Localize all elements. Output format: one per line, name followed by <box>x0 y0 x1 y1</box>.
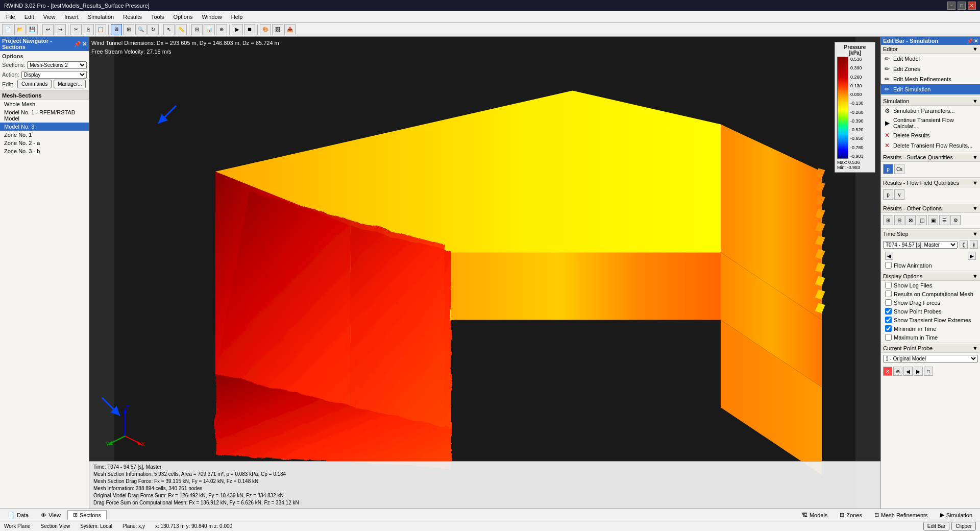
menu-window[interactable]: Window <box>198 13 226 21</box>
surface-quantities-label[interactable]: Results - Surface Quantities ▼ <box>881 153 980 162</box>
tab-data[interactable]: 📄 Data <box>2 510 34 520</box>
other-icon-5[interactable]: ▣ <box>928 215 938 225</box>
other-options-label[interactable]: Results - Other Options ▼ <box>881 204 980 213</box>
tab-view[interactable]: 👁 View <box>35 510 66 520</box>
tab-models[interactable]: 🏗 Models <box>796 510 833 520</box>
mesh-item-model1[interactable]: Model No. 1 - RFEM/RSTAB Model <box>0 108 89 123</box>
menu-tools[interactable]: Tools <box>147 13 168 21</box>
tab-zones[interactable]: ⊞ Zones <box>834 510 868 520</box>
probe-next-icon[interactable]: ▶ <box>914 367 923 376</box>
probe-select[interactable]: 1 - Original Model <box>883 355 978 363</box>
action-select[interactable]: Display <box>21 71 87 79</box>
commands-button[interactable]: Commands <box>17 80 52 88</box>
tb-render1[interactable]: 🎨 <box>260 24 271 35</box>
tb-cut[interactable]: ✂ <box>70 24 82 35</box>
timestep-next-1[interactable]: ▶ <box>968 252 976 260</box>
probe-delete-icon[interactable]: ✕ <box>883 367 892 376</box>
tb-new[interactable]: 📄 <box>2 24 13 35</box>
tb-undo[interactable]: ↩ <box>42 24 54 35</box>
continue-transient-item[interactable]: ▶ Continue Transient Flow Calculat... <box>881 116 980 130</box>
panel-pin[interactable]: 📌 <box>74 41 81 47</box>
mesh-item-zone2[interactable]: Zone No. 2 - a <box>0 139 89 147</box>
menu-simulation[interactable]: Simulation <box>84 13 118 21</box>
tb-zoom-in[interactable]: 🔍 <box>135 24 146 35</box>
tab-sections[interactable]: ⊞ Sections <box>67 510 107 520</box>
tb-measure[interactable]: 📏 <box>176 24 187 35</box>
other-icon-2[interactable]: ⊟ <box>894 215 904 225</box>
edit-zones-item[interactable]: ✏ Edit Zones <box>881 64 980 74</box>
current-probe-section[interactable]: Current Point Probe ▼ <box>881 344 980 353</box>
maximize-button[interactable]: □ <box>958 2 966 10</box>
right-pin-icon[interactable]: 📌 <box>967 38 973 44</box>
close-button[interactable]: ✕ <box>968 2 976 10</box>
tab-mesh-refinements[interactable]: ⊟ Mesh Refinements <box>869 510 934 520</box>
menu-file[interactable]: File <box>2 13 19 21</box>
tb-render2[interactable]: 🖼 <box>272 24 283 35</box>
flow-v-btn[interactable]: v <box>894 189 904 200</box>
menu-results[interactable]: Results <box>119 13 146 21</box>
tb-rotate[interactable]: ↻ <box>148 24 159 35</box>
other-icon-3[interactable]: ⊠ <box>905 215 916 225</box>
tb-view3d[interactable]: 🖥 <box>111 24 122 35</box>
menu-view[interactable]: View <box>39 13 60 21</box>
show-probes-checkbox[interactable] <box>885 308 892 315</box>
sim-params-item[interactable]: ⚙ Simulation Parameters... <box>881 106 980 116</box>
max-time-checkbox[interactable] <box>885 334 892 341</box>
display-options-label[interactable]: Display Options ▼ <box>881 272 980 281</box>
results-comp-mesh-checkbox[interactable] <box>885 291 892 297</box>
show-drag-checkbox[interactable] <box>885 299 892 306</box>
surface-p-btn[interactable]: p <box>883 164 893 174</box>
sections-select[interactable]: Mesh-Sections 2 <box>27 61 87 69</box>
menu-options[interactable]: Options <box>169 13 197 21</box>
manager-button[interactable]: Manager... <box>54 80 86 88</box>
mesh-item-whole[interactable]: Whole Mesh <box>0 100 89 108</box>
flow-field-label[interactable]: Results - Flow Field Quantities ▼ <box>881 179 980 187</box>
tb-run[interactable]: ▶ <box>232 24 243 35</box>
show-transient-checkbox[interactable] <box>885 317 892 323</box>
tb-probe[interactable]: ⊕ <box>216 24 227 35</box>
right-close-icon[interactable]: ✕ <box>974 38 978 44</box>
edit-simulation-item[interactable]: ✏ Edit Simulation <box>881 84 980 94</box>
time-step-label[interactable]: Time Step ▼ <box>881 230 980 238</box>
tb-save[interactable]: 💾 <box>27 24 38 35</box>
edit-bar-button[interactable]: Edit Bar <box>923 522 950 530</box>
tb-open[interactable]: 📂 <box>14 24 26 35</box>
edit-model-item[interactable]: ✏ Edit Model <box>881 54 980 64</box>
probe-add-icon[interactable]: ⊕ <box>893 367 902 376</box>
simulation-section-label[interactable]: Simulation ▼ <box>881 97 980 106</box>
viewport[interactable]: Wind Tunnel Dimensions: Dx = 293.605 m, … <box>89 37 880 509</box>
flow-animation-checkbox[interactable] <box>885 262 892 269</box>
tb-zoom-all[interactable]: ⊞ <box>123 24 134 35</box>
tb-select[interactable]: ↖ <box>163 24 175 35</box>
menu-edit[interactable]: Edit <box>20 13 38 21</box>
delete-results-item[interactable]: ✕ Delete Results <box>881 130 980 140</box>
other-icon-6[interactable]: ☰ <box>939 215 949 225</box>
timestep-select[interactable]: T074 - 94.57 [s], Master <box>883 241 958 249</box>
flow-p-btn[interactable]: p <box>883 189 893 200</box>
timestep-prev-2[interactable]: ⟪ <box>960 240 968 249</box>
probe-prev-icon[interactable]: ◀ <box>903 367 913 376</box>
editor-section-label[interactable]: Editor ▼ <box>881 45 980 54</box>
other-icon-7[interactable]: ⚙ <box>950 215 961 225</box>
mesh-item-model3[interactable]: Model No. 3 <box>0 123 89 131</box>
panel-close-icon[interactable]: ✕ <box>82 41 87 47</box>
tb-paste[interactable]: 📋 <box>95 24 106 35</box>
tab-simulation[interactable]: ▶ Simulation <box>935 510 978 520</box>
other-icon-1[interactable]: ⊞ <box>883 215 893 225</box>
tb-mesh[interactable]: ⊟ <box>191 24 203 35</box>
tb-redo[interactable]: ↪ <box>55 24 66 35</box>
probe-clear-icon[interactable]: □ <box>924 367 933 376</box>
delete-transient-item[interactable]: ✕ Delete Transient Flow Results... <box>881 140 980 151</box>
tb-results[interactable]: 📊 <box>204 24 215 35</box>
edit-mesh-item[interactable]: ✏ Edit Mesh Refinements <box>881 74 980 84</box>
timestep-next-2[interactable]: ⟫ <box>970 240 978 249</box>
tb-stop[interactable]: ⏹ <box>244 24 255 35</box>
surface-cs-btn[interactable]: Cs <box>894 164 904 174</box>
timestep-prev-1[interactable]: ◀ <box>885 252 893 260</box>
tb-export[interactable]: 📤 <box>284 24 296 35</box>
mesh-item-zone1[interactable]: Zone No. 1 <box>0 131 89 139</box>
menu-help[interactable]: Help <box>227 13 247 21</box>
tb-copy[interactable]: ⎘ <box>83 24 94 35</box>
menu-insert[interactable]: Insert <box>60 13 83 21</box>
minimize-button[interactable]: − <box>947 2 955 10</box>
